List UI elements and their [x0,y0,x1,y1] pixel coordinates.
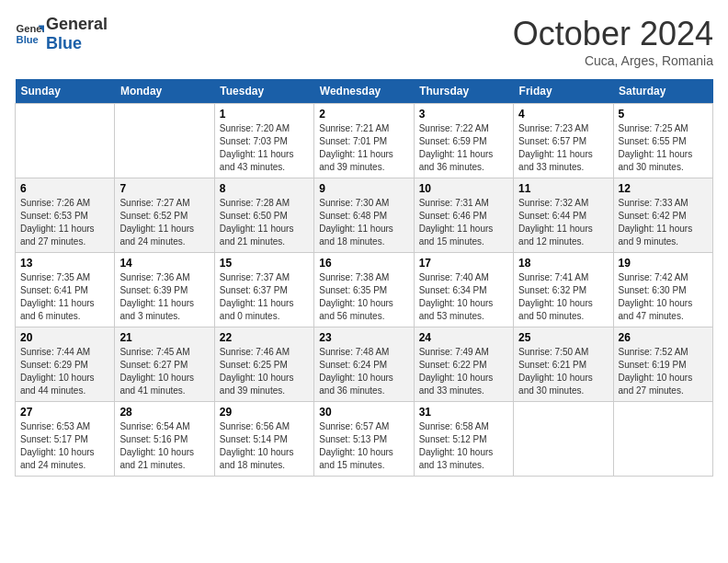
calendar-cell: 11Sunrise: 7:32 AMSunset: 6:44 PMDayligh… [514,178,613,253]
calendar-cell: 24Sunrise: 7:49 AMSunset: 6:22 PMDayligh… [414,327,513,402]
day-number: 15 [220,257,309,270]
calendar-cell: 9Sunrise: 7:30 AMSunset: 6:48 PMDaylight… [314,178,414,253]
day-info: Sunrise: 7:45 AMSunset: 6:27 PMDaylight:… [119,346,209,397]
day-info: Sunrise: 7:44 AMSunset: 6:29 PMDaylight:… [20,346,109,397]
calendar-cell: 1Sunrise: 7:20 AMSunset: 7:03 PMDaylight… [214,104,313,178]
day-info: Sunrise: 7:35 AMSunset: 6:41 PMDaylight:… [20,271,109,323]
day-number: 1 [220,108,309,121]
logo: General Blue General Blue [15,15,108,52]
calendar-cell: 28Sunrise: 6:54 AMSunset: 5:16 PMDayligh… [115,402,214,477]
location-subtitle: Cuca, Arges, Romania [513,53,713,68]
day-header-monday: Monday [115,79,214,104]
calendar-cell [514,402,613,477]
day-number: 8 [220,182,309,195]
calendar-cell: 18Sunrise: 7:41 AMSunset: 6:32 PMDayligh… [514,253,613,327]
day-number: 23 [319,331,408,344]
day-info: Sunrise: 7:52 AMSunset: 6:19 PMDaylight:… [619,346,708,397]
calendar-cell: 22Sunrise: 7:46 AMSunset: 6:25 PMDayligh… [214,327,313,402]
day-number: 9 [319,182,408,195]
day-info: Sunrise: 7:49 AMSunset: 6:22 PMDaylight:… [419,346,508,397]
day-info: Sunrise: 6:54 AMSunset: 5:16 PMDaylight:… [119,420,209,472]
day-info: Sunrise: 7:48 AMSunset: 6:24 PMDaylight:… [319,346,408,397]
day-info: Sunrise: 7:31 AMSunset: 6:46 PMDaylight:… [419,197,508,248]
calendar-cell: 5Sunrise: 7:25 AMSunset: 6:55 PMDaylight… [613,104,712,178]
calendar-week-4: 20Sunrise: 7:44 AMSunset: 6:29 PMDayligh… [16,327,713,402]
day-number: 11 [518,182,608,195]
calendar-cell: 27Sunrise: 6:53 AMSunset: 5:17 PMDayligh… [16,402,115,477]
day-info: Sunrise: 7:41 AMSunset: 6:32 PMDaylight:… [518,271,608,323]
day-number: 17 [419,257,508,270]
day-number: 5 [619,108,708,121]
day-header-wednesday: Wednesday [314,79,414,104]
day-info: Sunrise: 7:22 AMSunset: 6:59 PMDaylight:… [419,122,508,174]
title-area: October 2024 Cuca, Arges, Romania [513,15,713,68]
day-info: Sunrise: 7:46 AMSunset: 6:25 PMDaylight:… [220,346,309,397]
calendar-table: SundayMondayTuesdayWednesdayThursdayFrid… [15,79,713,477]
calendar-cell: 17Sunrise: 7:40 AMSunset: 6:34 PMDayligh… [414,253,513,327]
day-info: Sunrise: 7:26 AMSunset: 6:53 PMDaylight:… [20,197,109,248]
calendar-week-2: 6Sunrise: 7:26 AMSunset: 6:53 PMDaylight… [16,178,713,253]
day-header-sunday: Sunday [16,79,115,104]
day-number: 28 [119,406,209,419]
day-number: 6 [20,182,109,195]
calendar-cell: 15Sunrise: 7:37 AMSunset: 6:37 PMDayligh… [214,253,313,327]
calendar-cell: 21Sunrise: 7:45 AMSunset: 6:27 PMDayligh… [115,327,214,402]
day-info: Sunrise: 7:32 AMSunset: 6:44 PMDaylight:… [518,197,608,248]
day-number: 16 [319,257,408,270]
day-number: 14 [119,257,209,270]
day-number: 24 [419,331,508,344]
calendar-cell: 13Sunrise: 7:35 AMSunset: 6:41 PMDayligh… [16,253,115,327]
day-number: 27 [20,406,109,419]
calendar-cell: 25Sunrise: 7:50 AMSunset: 6:21 PMDayligh… [514,327,613,402]
day-header-tuesday: Tuesday [214,79,313,104]
day-info: Sunrise: 7:36 AMSunset: 6:39 PMDaylight:… [119,271,209,323]
calendar-cell [16,104,115,178]
calendar-cell: 7Sunrise: 7:27 AMSunset: 6:52 PMDaylight… [115,178,214,253]
day-info: Sunrise: 7:42 AMSunset: 6:30 PMDaylight:… [619,271,708,323]
logo-icon: General Blue [15,19,44,49]
day-number: 12 [619,182,708,195]
calendar-cell: 26Sunrise: 7:52 AMSunset: 6:19 PMDayligh… [613,327,712,402]
day-header-row: SundayMondayTuesdayWednesdayThursdayFrid… [16,79,713,104]
day-number: 18 [518,257,608,270]
day-info: Sunrise: 7:28 AMSunset: 6:50 PMDaylight:… [220,197,309,248]
day-info: Sunrise: 6:53 AMSunset: 5:17 PMDaylight:… [20,420,109,472]
day-info: Sunrise: 6:58 AMSunset: 5:12 PMDaylight:… [419,420,508,472]
day-number: 19 [619,257,708,270]
calendar-week-3: 13Sunrise: 7:35 AMSunset: 6:41 PMDayligh… [16,253,713,327]
day-info: Sunrise: 6:56 AMSunset: 5:14 PMDaylight:… [220,420,309,472]
calendar-week-1: 1Sunrise: 7:20 AMSunset: 7:03 PMDaylight… [16,104,713,178]
calendar-cell: 23Sunrise: 7:48 AMSunset: 6:24 PMDayligh… [314,327,414,402]
calendar-cell: 2Sunrise: 7:21 AMSunset: 7:01 PMDaylight… [314,104,414,178]
calendar-cell: 8Sunrise: 7:28 AMSunset: 6:50 PMDaylight… [214,178,313,253]
day-header-friday: Friday [514,79,613,104]
day-number: 2 [319,108,408,121]
day-number: 31 [419,406,508,419]
day-info: Sunrise: 7:27 AMSunset: 6:52 PMDaylight:… [119,197,209,248]
day-info: Sunrise: 7:50 AMSunset: 6:21 PMDaylight:… [518,346,608,397]
day-info: Sunrise: 6:57 AMSunset: 5:13 PMDaylight:… [319,420,408,472]
calendar-cell [115,104,214,178]
day-header-saturday: Saturday [613,79,712,104]
day-info: Sunrise: 7:20 AMSunset: 7:03 PMDaylight:… [220,122,309,174]
day-number: 29 [220,406,309,419]
day-number: 3 [419,108,508,121]
calendar-cell: 4Sunrise: 7:23 AMSunset: 6:57 PMDaylight… [514,104,613,178]
day-info: Sunrise: 7:23 AMSunset: 6:57 PMDaylight:… [518,122,608,174]
day-number: 7 [119,182,209,195]
day-number: 4 [518,108,608,121]
day-number: 22 [220,331,309,344]
calendar-cell: 12Sunrise: 7:33 AMSunset: 6:42 PMDayligh… [613,178,712,253]
calendar-cell: 6Sunrise: 7:26 AMSunset: 6:53 PMDaylight… [16,178,115,253]
calendar-cell: 31Sunrise: 6:58 AMSunset: 5:12 PMDayligh… [414,402,513,477]
calendar-week-5: 27Sunrise: 6:53 AMSunset: 5:17 PMDayligh… [16,402,713,477]
day-number: 25 [518,331,608,344]
day-number: 26 [619,331,708,344]
day-info: Sunrise: 7:25 AMSunset: 6:55 PMDaylight:… [619,122,708,174]
day-number: 13 [20,257,109,270]
day-info: Sunrise: 7:37 AMSunset: 6:37 PMDaylight:… [220,271,309,323]
calendar-cell: 16Sunrise: 7:38 AMSunset: 6:35 PMDayligh… [314,253,414,327]
day-number: 30 [319,406,408,419]
calendar-cell: 29Sunrise: 6:56 AMSunset: 5:14 PMDayligh… [214,402,313,477]
calendar-cell: 10Sunrise: 7:31 AMSunset: 6:46 PMDayligh… [414,178,513,253]
